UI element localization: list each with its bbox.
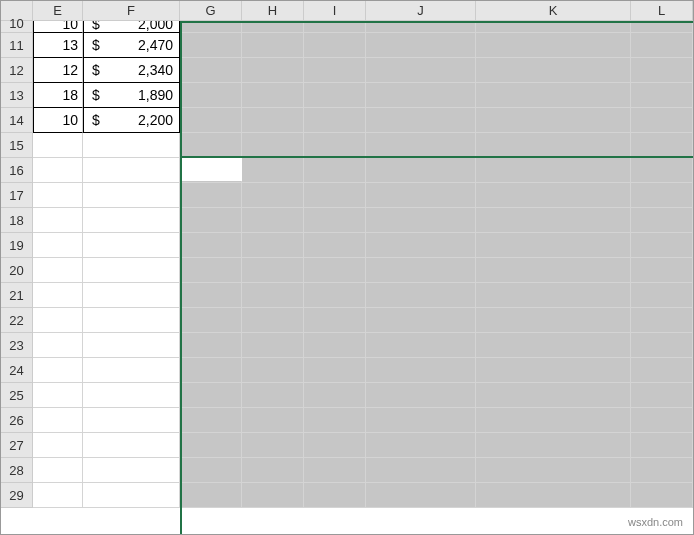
- cell-i16[interactable]: [304, 158, 366, 183]
- cell-l20[interactable]: [631, 258, 693, 283]
- cell-i13[interactable]: [304, 83, 366, 108]
- cell-e28[interactable]: [33, 458, 83, 483]
- cell-f16[interactable]: [83, 158, 180, 183]
- cell-k18[interactable]: [476, 208, 631, 233]
- cell-g18[interactable]: [180, 208, 242, 233]
- cell-i25[interactable]: [304, 383, 366, 408]
- active-cell-g15[interactable]: [182, 158, 242, 181]
- row-header-20[interactable]: 20: [1, 258, 33, 283]
- cell-k13[interactable]: [476, 83, 631, 108]
- cell-k23[interactable]: [476, 333, 631, 358]
- cell-g15[interactable]: [180, 133, 242, 158]
- cell-j19[interactable]: [366, 233, 476, 258]
- cell-k14[interactable]: [476, 108, 631, 133]
- cell-l17[interactable]: [631, 183, 693, 208]
- cell-l26[interactable]: [631, 408, 693, 433]
- cell-f26[interactable]: [83, 408, 180, 433]
- cell-l23[interactable]: [631, 333, 693, 358]
- row-header-25[interactable]: 25: [1, 383, 33, 408]
- cell-h13[interactable]: [242, 83, 304, 108]
- cell-i29[interactable]: [304, 483, 366, 508]
- cell-k21[interactable]: [476, 283, 631, 308]
- cell-e26[interactable]: [33, 408, 83, 433]
- cell-f20[interactable]: [83, 258, 180, 283]
- cell-l25[interactable]: [631, 383, 693, 408]
- row-header-23[interactable]: 23: [1, 333, 33, 358]
- cell-h20[interactable]: [242, 258, 304, 283]
- cell-i27[interactable]: [304, 433, 366, 458]
- cell-g22[interactable]: [180, 308, 242, 333]
- cell-j15[interactable]: [366, 133, 476, 158]
- cell-g14[interactable]: [180, 108, 242, 133]
- cell-k22[interactable]: [476, 308, 631, 333]
- cell-k28[interactable]: [476, 458, 631, 483]
- cell-i26[interactable]: [304, 408, 366, 433]
- cell-j13[interactable]: [366, 83, 476, 108]
- cell-i24[interactable]: [304, 358, 366, 383]
- cell-e18[interactable]: [33, 208, 83, 233]
- cell-g24[interactable]: [180, 358, 242, 383]
- cell-j22[interactable]: [366, 308, 476, 333]
- cell-e14[interactable]: 10: [33, 108, 83, 133]
- col-header-h[interactable]: H: [242, 1, 304, 21]
- cell-j18[interactable]: [366, 208, 476, 233]
- col-header-e[interactable]: E: [33, 1, 83, 21]
- cell-e20[interactable]: [33, 258, 83, 283]
- cell-k12[interactable]: [476, 58, 631, 83]
- cell-g25[interactable]: [180, 383, 242, 408]
- row-header-16[interactable]: 16: [1, 158, 33, 183]
- row-header-27[interactable]: 27: [1, 433, 33, 458]
- row-header-24[interactable]: 24: [1, 358, 33, 383]
- cell-j29[interactable]: [366, 483, 476, 508]
- cell-k19[interactable]: [476, 233, 631, 258]
- cell-i10[interactable]: [304, 21, 366, 33]
- cell-l13[interactable]: [631, 83, 693, 108]
- cell-i18[interactable]: [304, 208, 366, 233]
- cell-i15[interactable]: [304, 133, 366, 158]
- cell-k16[interactable]: [476, 158, 631, 183]
- cell-h17[interactable]: [242, 183, 304, 208]
- cell-g12[interactable]: [180, 58, 242, 83]
- cell-k27[interactable]: [476, 433, 631, 458]
- cell-k11[interactable]: [476, 33, 631, 58]
- col-header-k[interactable]: K: [476, 1, 631, 21]
- row-header-11[interactable]: 11: [1, 33, 33, 58]
- cell-f21[interactable]: [83, 283, 180, 308]
- cell-f19[interactable]: [83, 233, 180, 258]
- cell-h28[interactable]: [242, 458, 304, 483]
- cell-g29[interactable]: [180, 483, 242, 508]
- cell-l29[interactable]: [631, 483, 693, 508]
- row-header-17[interactable]: 17: [1, 183, 33, 208]
- row-header-22[interactable]: 22: [1, 308, 33, 333]
- cell-f11[interactable]: $ 2,470: [83, 33, 180, 58]
- cell-h22[interactable]: [242, 308, 304, 333]
- cell-l10[interactable]: [631, 21, 693, 33]
- cell-e10[interactable]: 10: [33, 21, 83, 33]
- row-header-15[interactable]: 15: [1, 133, 33, 158]
- cell-e13[interactable]: 18: [33, 83, 83, 108]
- cell-j17[interactable]: [366, 183, 476, 208]
- cell-e24[interactable]: [33, 358, 83, 383]
- col-header-f[interactable]: F: [83, 1, 180, 21]
- cell-g17[interactable]: [180, 183, 242, 208]
- row-header-21[interactable]: 21: [1, 283, 33, 308]
- cell-f29[interactable]: [83, 483, 180, 508]
- cell-g23[interactable]: [180, 333, 242, 358]
- cell-e29[interactable]: [33, 483, 83, 508]
- cell-j16[interactable]: [366, 158, 476, 183]
- cell-i28[interactable]: [304, 458, 366, 483]
- row-header-14[interactable]: 14: [1, 108, 33, 133]
- cell-g13[interactable]: [180, 83, 242, 108]
- cell-f12[interactable]: $ 2,340: [83, 58, 180, 83]
- cell-l28[interactable]: [631, 458, 693, 483]
- cell-k26[interactable]: [476, 408, 631, 433]
- cell-f10[interactable]: $ 2,000: [83, 21, 180, 33]
- cell-e19[interactable]: [33, 233, 83, 258]
- cell-i21[interactable]: [304, 283, 366, 308]
- row-header-19[interactable]: 19: [1, 233, 33, 258]
- cell-f27[interactable]: [83, 433, 180, 458]
- col-header-g[interactable]: G: [180, 1, 242, 21]
- cell-k15[interactable]: [476, 133, 631, 158]
- cell-f25[interactable]: [83, 383, 180, 408]
- cell-h16[interactable]: [242, 158, 304, 183]
